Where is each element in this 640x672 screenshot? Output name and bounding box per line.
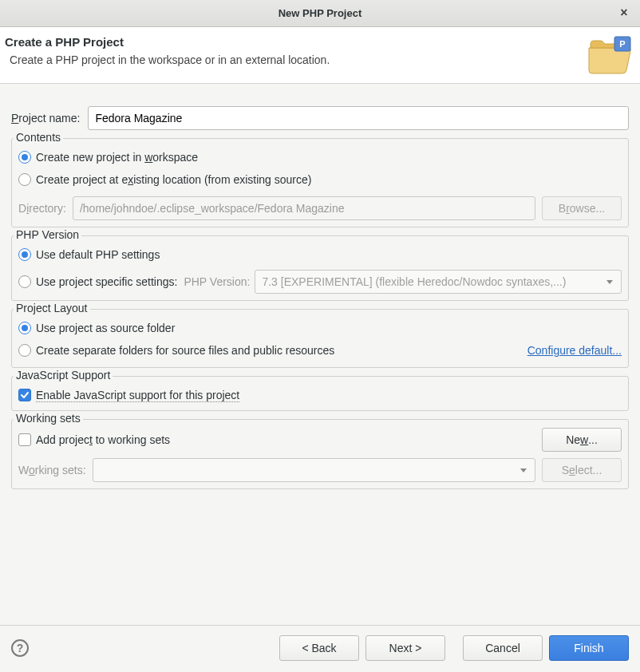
radio-specific-php-label[interactable]: Use project specific settings:	[36, 275, 177, 288]
radio-separate-folders-label[interactable]: Create separate folders for source files…	[36, 344, 334, 357]
working-sets-group: Working sets Add project to working sets…	[11, 419, 629, 489]
add-working-sets-checkbox[interactable]	[18, 433, 31, 446]
working-sets-combo	[93, 458, 535, 482]
svg-text:P: P	[619, 39, 625, 49]
enable-js-label[interactable]: Enable JavaScript support for this proje…	[36, 389, 239, 402]
page-title: Create a PHP Project	[5, 35, 330, 49]
browse-button: Browse...	[542, 196, 622, 220]
radio-specific-php[interactable]	[18, 275, 31, 288]
radio-default-php-label[interactable]: Use default PHP settings	[36, 248, 160, 261]
php-version-group: PHP Version Use default PHP settings Use…	[11, 235, 629, 301]
project-name-label: Project name:	[11, 112, 88, 125]
php-version-combo: 7.3 [EXPERIMENTAL] (flexible Heredoc/Now…	[255, 270, 622, 294]
radio-new-workspace-label[interactable]: Create new project in workspace	[36, 151, 198, 164]
radio-existing-location[interactable]	[18, 173, 31, 186]
help-icon[interactable]: ?	[11, 639, 29, 657]
radio-separate-folders[interactable]	[18, 344, 31, 357]
directory-input	[73, 196, 535, 220]
js-support-legend: JavaScript Support	[14, 369, 113, 381]
project-layout-legend: Project Layout	[14, 302, 90, 314]
cancel-button[interactable]: Cancel	[463, 635, 543, 661]
php-version-legend: PHP Version	[14, 228, 81, 241]
php-version-combo-label: PHP Version:	[184, 275, 250, 288]
new-working-set-button[interactable]: New...	[542, 428, 622, 452]
project-layout-group: Project Layout Use project as source fol…	[11, 309, 629, 368]
enable-js-checkbox[interactable]	[18, 389, 31, 401]
title-bar: New PHP Project ×	[0, 0, 640, 27]
window-title: New PHP Project	[279, 7, 362, 19]
radio-existing-location-label[interactable]: Create project at existing location (fro…	[36, 173, 311, 186]
finish-button[interactable]: Finish	[549, 635, 629, 661]
contents-group: Contents Create new project in workspace…	[11, 138, 629, 227]
working-sets-combo-label: Working sets:	[18, 464, 86, 476]
close-icon[interactable]: ×	[616, 6, 632, 22]
back-button[interactable]: < Back	[279, 635, 359, 661]
add-working-sets-label[interactable]: Add project to working sets	[36, 433, 170, 446]
project-name-input[interactable]	[88, 106, 629, 130]
project-name-row: Project name:	[11, 106, 629, 130]
chevron-down-icon	[606, 280, 613, 284]
radio-new-workspace[interactable]	[18, 151, 31, 164]
page-subtitle: Create a PHP project in the workspace or…	[5, 53, 330, 66]
wizard-footer: ? < Back Next > Cancel Finish	[0, 625, 640, 672]
php-folder-icon: P	[586, 34, 632, 75]
select-working-sets-button: Select...	[542, 458, 622, 482]
chevron-down-icon	[520, 468, 527, 472]
radio-source-folder-label[interactable]: Use project as source folder	[36, 322, 175, 334]
configure-default-link[interactable]: Configure default...	[527, 344, 622, 357]
php-version-combo-value: 7.3 [EXPERIMENTAL] (flexible Heredoc/Now…	[262, 275, 566, 288]
working-sets-legend: Working sets	[14, 412, 83, 425]
wizard-header: Create a PHP Project Create a PHP projec…	[0, 27, 640, 84]
contents-legend: Contents	[14, 131, 63, 144]
radio-default-php[interactable]	[18, 248, 31, 261]
directory-label: Directory:	[18, 202, 66, 215]
radio-source-folder[interactable]	[18, 322, 31, 334]
next-button[interactable]: Next >	[365, 635, 445, 661]
js-support-group: JavaScript Support Enable JavaScript sup…	[11, 376, 629, 411]
